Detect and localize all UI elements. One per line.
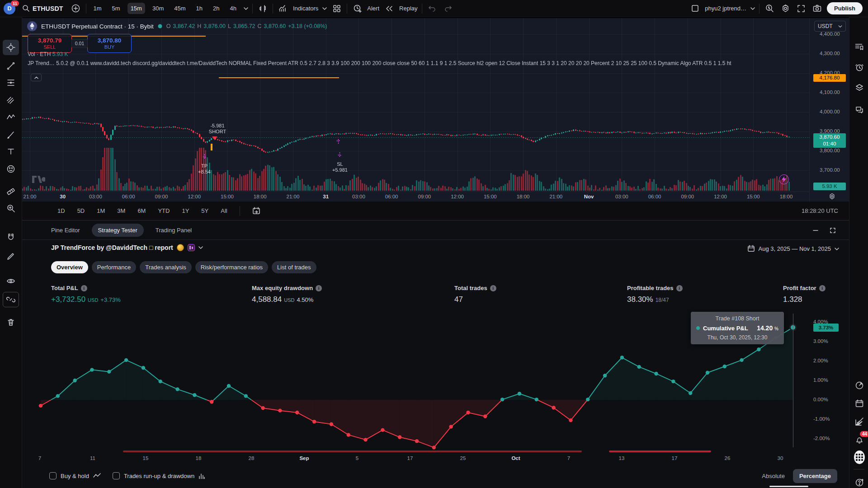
trend-line-tool-icon[interactable] xyxy=(3,58,19,74)
indicators-icon[interactable] xyxy=(277,3,289,14)
timeframe-5m[interactable]: 5m xyxy=(109,3,123,14)
zoom-in-tool-icon[interactable] xyxy=(3,201,19,216)
goto-date-icon[interactable] xyxy=(252,207,260,215)
range-1y[interactable]: 1Y xyxy=(182,207,189,214)
timeframes-chevron-icon[interactable] xyxy=(244,7,248,10)
fib-retracement-tool-icon[interactable] xyxy=(3,75,19,90)
crosshair-tool-icon[interactable] xyxy=(3,40,19,55)
screenshot-camera-icon[interactable] xyxy=(811,3,823,14)
tab-trading-panel[interactable]: Trading Panel xyxy=(156,227,192,234)
replay-button[interactable]: Replay xyxy=(399,5,417,12)
time-axis[interactable]: 21:003003:0006:0009:0012:0015:0018:0021:… xyxy=(22,192,809,202)
range-3m[interactable]: 3M xyxy=(117,207,125,214)
symbol-search[interactable]: ETHUSDT xyxy=(19,3,66,14)
draw-pencil-tool-icon[interactable] xyxy=(3,248,19,263)
publish-button[interactable]: Publish xyxy=(827,2,863,14)
quick-search-icon[interactable] xyxy=(764,3,775,14)
buy-hold-checkbox[interactable]: Buy & hold xyxy=(49,472,101,479)
utc-clock[interactable]: 18:28:20 UTC xyxy=(802,207,838,214)
chart-style-icon[interactable] xyxy=(257,3,269,14)
notifications-bell-icon[interactable]: 44 xyxy=(854,434,865,445)
horizontal-scrollbar[interactable] xyxy=(769,486,808,487)
info-icon[interactable]: i xyxy=(316,285,322,291)
replay-icon[interactable] xyxy=(383,3,395,14)
alert-price-badge[interactable]: 4,176.80 xyxy=(813,74,846,82)
view-overview[interactable]: Overview xyxy=(51,261,88,273)
timeframe-30m[interactable]: 30m xyxy=(149,3,167,14)
view-risk-ratios[interactable]: Risk/performance ratios xyxy=(195,261,268,273)
minimize-panel-icon[interactable] xyxy=(811,226,820,235)
tab-strategy-tester[interactable]: Strategy Tester xyxy=(92,224,144,237)
pitchfork-tool-icon[interactable] xyxy=(3,92,19,108)
redo-icon[interactable] xyxy=(442,3,454,14)
indicators-chevron-icon[interactable] xyxy=(322,7,327,10)
view-trades-analysis[interactable]: Trades analysis xyxy=(140,261,192,273)
hide-drawings-eye-icon[interactable] xyxy=(3,273,19,289)
text-tool-icon[interactable] xyxy=(3,144,19,159)
layout-chevron-icon[interactable] xyxy=(750,7,755,10)
magnet-tool-icon[interactable] xyxy=(3,230,19,245)
range-1d[interactable]: 1D xyxy=(57,207,65,214)
range-all[interactable]: All xyxy=(221,207,227,214)
report-chevron-icon[interactable] xyxy=(198,246,203,249)
layout-icon[interactable] xyxy=(689,3,701,14)
buy-button[interactable]: 3,870.80 BUY xyxy=(87,34,132,53)
maximize-panel-icon[interactable] xyxy=(828,226,837,235)
range-6m[interactable]: 6M xyxy=(137,207,146,214)
timeframe-15m[interactable]: 15m xyxy=(127,3,145,14)
templates-grid-icon[interactable] xyxy=(331,3,343,14)
axis-settings-gear-icon[interactable] xyxy=(829,193,835,200)
tradingview-logo[interactable] xyxy=(32,175,45,183)
price-axis[interactable]: USDT 4,400.004,300.004,200.004,100.004,0… xyxy=(809,18,849,202)
sync-drawings-link-icon[interactable] xyxy=(3,292,19,307)
object-tree-layers-icon[interactable] xyxy=(854,82,865,93)
alerts-clock-icon[interactable] xyxy=(854,62,865,73)
range-ytd[interactable]: YTD xyxy=(158,207,170,214)
indicators-button[interactable]: Indicators xyxy=(293,5,318,12)
currency-selector[interactable]: USDT xyxy=(814,21,846,32)
candlestick-canvas[interactable] xyxy=(22,18,809,192)
percentage-toggle[interactable]: Percentage xyxy=(793,469,837,483)
report-date-range[interactable]: Aug 3, 2025 — Nov 1, 2025 xyxy=(747,245,839,253)
tab-pine-editor[interactable]: Pine Editor xyxy=(51,227,80,234)
info-icon[interactable]: i xyxy=(490,285,496,291)
timeframe-1h[interactable]: 1h xyxy=(193,3,206,14)
range-5d[interactable]: 5D xyxy=(77,207,85,214)
view-list-of-trades[interactable]: List of trades xyxy=(272,261,316,273)
ruler-tool-icon[interactable] xyxy=(3,184,19,199)
timeframe-4h[interactable]: 4h xyxy=(226,3,239,14)
settings-gear-icon[interactable] xyxy=(779,3,791,14)
brush-tool-icon[interactable] xyxy=(3,127,19,142)
candlestick-chart[interactable] xyxy=(22,18,809,192)
alert-button[interactable]: Alert xyxy=(367,5,379,12)
indicator-legend[interactable]: JP Trend… 5.0.2 @ 0.0.1 www.davidd.tech … xyxy=(28,60,778,66)
apps-grid-icon[interactable] xyxy=(854,452,865,463)
info-icon[interactable]: i xyxy=(819,285,826,291)
absolute-toggle[interactable]: Absolute xyxy=(762,473,785,479)
range-5y[interactable]: 5Y xyxy=(201,207,208,214)
checkbox-icon[interactable] xyxy=(113,472,120,479)
calendar-icon[interactable] xyxy=(854,398,865,409)
checkbox-icon[interactable] xyxy=(49,472,57,479)
symbol-title[interactable]: ETHUSDT Perpetual Contract · 15 · Bybit xyxy=(41,23,154,30)
help-icon[interactable] xyxy=(854,477,865,488)
undo-icon[interactable] xyxy=(426,3,438,14)
pattern-tool-icon[interactable] xyxy=(3,109,19,125)
info-icon[interactable]: i xyxy=(676,285,683,291)
alert-icon[interactable] xyxy=(351,3,363,14)
timeframe-45m[interactable]: 45m xyxy=(171,3,189,14)
info-icon[interactable]: i xyxy=(81,285,87,291)
remove-drawings-trash-icon[interactable] xyxy=(3,314,19,330)
lightning-boost-icon[interactable] xyxy=(779,174,789,184)
layout-name[interactable]: phyu2 jptrend… xyxy=(705,5,746,12)
sell-button[interactable]: 3,870.79 SELL xyxy=(28,34,72,53)
runup-drawdown-checkbox[interactable]: Trades run-up & drawdown xyxy=(113,472,205,479)
chat-icon[interactable] xyxy=(854,104,865,115)
watchlist-icon[interactable] xyxy=(854,42,865,52)
ideas-radar-icon[interactable] xyxy=(854,380,865,391)
timeframe-2h[interactable]: 2h xyxy=(210,3,222,14)
fullscreen-icon[interactable] xyxy=(795,3,807,14)
user-avatar[interactable]: D 11 xyxy=(4,3,15,14)
view-performance[interactable]: Performance xyxy=(92,261,136,273)
compare-add-icon[interactable] xyxy=(70,3,82,14)
